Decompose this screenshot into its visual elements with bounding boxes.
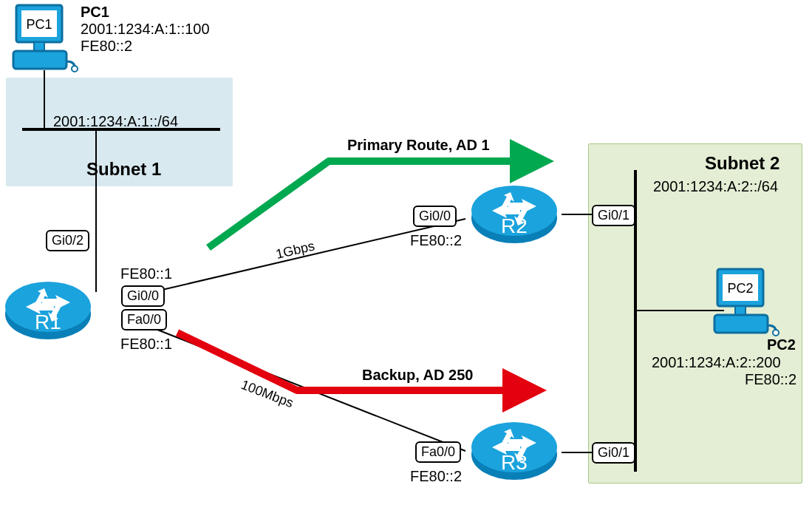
pc1-ll-ip: FE80::2 bbox=[81, 37, 132, 55]
port-r2-gi01: Gi0/1 bbox=[592, 205, 635, 226]
r1-gi00-ll: FE80::1 bbox=[120, 265, 172, 283]
r3-fa00-ll: FE80::2 bbox=[410, 467, 462, 486]
pc1-title: PC1 bbox=[81, 3, 109, 21]
pc1-icon: PC1 bbox=[12, 2, 78, 72]
network-diagram: 1Gbps 100Mbps R1 bbox=[0, 0, 812, 519]
router-r3-label: R3 bbox=[501, 451, 528, 475]
router-r2-label: R2 bbox=[501, 214, 528, 238]
subnet1-prefix: 2001:1234:A:1::/64 bbox=[53, 112, 178, 131]
port-r2-gi00: Gi0/0 bbox=[413, 206, 457, 227]
port-r1-fa00: Fa0/0 bbox=[121, 309, 167, 330]
svg-rect-23 bbox=[735, 306, 746, 315]
pc1-global-ip: 2001:1234:A:1::100 bbox=[81, 20, 210, 38]
svg-point-25 bbox=[773, 330, 779, 336]
router-r3: R3 bbox=[470, 418, 559, 481]
pc2-small-label: PC2 bbox=[727, 281, 753, 296]
backup-route-label: Backup, AD 250 bbox=[362, 366, 473, 384]
subnet1-title: Subnet 1 bbox=[86, 158, 161, 180]
svg-rect-24 bbox=[714, 315, 768, 333]
r2-gi00-ll: FE80::2 bbox=[410, 231, 462, 250]
router-r1-label: R1 bbox=[35, 311, 61, 334]
port-r1-gi02: Gi0/2 bbox=[46, 230, 89, 251]
pc1-small-label: PC1 bbox=[26, 17, 52, 32]
pc2-global-ip: 2001:1234:A:2::200 bbox=[652, 353, 781, 372]
subnet2-title: Subnet 2 bbox=[705, 152, 779, 174]
router-r2: R2 bbox=[470, 181, 559, 245]
port-r3-gi01: Gi0/1 bbox=[592, 442, 635, 464]
port-r1-gi00: Gi0/0 bbox=[121, 285, 165, 307]
subnet2-prefix: 2001:1234:A:2::/64 bbox=[653, 177, 778, 196]
pc2-icon: PC2 bbox=[713, 266, 779, 336]
pc2-ll-ip: FE80::2 bbox=[745, 370, 796, 389]
pc2-title: PC2 bbox=[767, 336, 796, 354]
router-r1: R1 bbox=[4, 277, 92, 341]
svg-rect-19 bbox=[13, 51, 66, 69]
port-r3-fa00: Fa0/0 bbox=[415, 441, 461, 463]
r1-fa00-ll: FE80::1 bbox=[120, 335, 172, 353]
svg-point-20 bbox=[72, 66, 78, 72]
backup-route-arrow bbox=[177, 333, 532, 390]
primary-route-label: Primary Route, AD 1 bbox=[347, 136, 490, 155]
route-arrows bbox=[0, 0, 812, 519]
svg-rect-18 bbox=[34, 42, 44, 51]
